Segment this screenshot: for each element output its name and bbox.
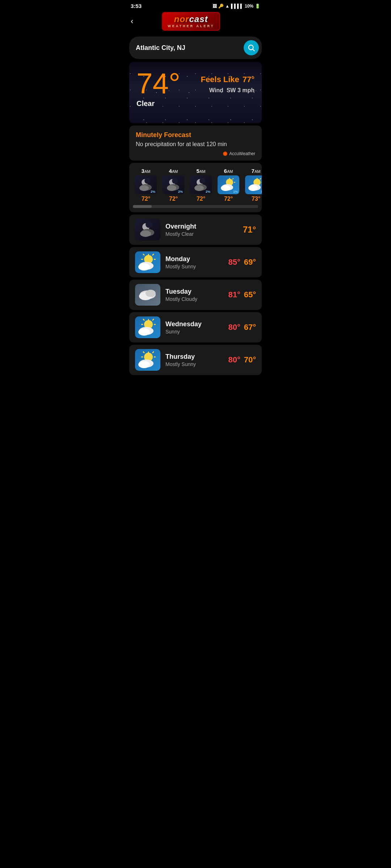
- hour-icon: 1%: [218, 175, 239, 194]
- daily-info: Overnight Mostly Clear: [165, 223, 238, 237]
- search-button[interactable]: [244, 40, 259, 55]
- accuweather-attribution: AccuWeather: [136, 151, 255, 156]
- svg-point-49: [138, 263, 150, 271]
- hour-temp: 72°: [197, 196, 205, 202]
- svg-line-17: [232, 178, 234, 179]
- hour-icon: 2%: [135, 175, 157, 194]
- daily-desc: Mostly Clear: [165, 231, 238, 237]
- daily-row: Tuesday Mostly Cloudy 81° 65°: [129, 280, 262, 310]
- app-header: ‹ norcast WEATHER ALERT: [125, 10, 266, 34]
- svg-point-52: [146, 290, 156, 297]
- wind-label: Wind: [209, 87, 223, 93]
- battery-icon: 🔋: [255, 4, 260, 9]
- hour-label: 3AM: [142, 168, 151, 174]
- accuweather-label: AccuWeather: [229, 151, 255, 156]
- search-bar[interactable]: Atlantic City, NJ: [129, 37, 262, 59]
- daily-forecast-container: Overnight Mostly Clear 71° Monday Mostly…: [125, 214, 266, 375]
- daily-desc: Mostly Sunny: [165, 361, 223, 367]
- svg-point-25: [248, 185, 258, 191]
- svg-point-60: [138, 328, 150, 336]
- daily-desc: Sunny: [165, 329, 223, 335]
- logo-container: norcast WEATHER ALERT: [135, 12, 247, 31]
- hour-item: 3AM 2% 72°: [133, 168, 159, 202]
- wind-display: Wind SW 3 mph: [201, 87, 255, 94]
- daily-icon: [135, 349, 160, 371]
- daily-icon: [135, 251, 160, 273]
- svg-point-39: [146, 221, 152, 228]
- daily-icon: [135, 316, 160, 338]
- svg-point-41: [140, 230, 151, 237]
- minutely-title: Minutely Forecast: [136, 131, 255, 139]
- svg-point-19: [221, 185, 230, 191]
- temp-single: 71°: [243, 225, 256, 235]
- daily-temps: 85° 69°: [228, 258, 256, 267]
- hour-label: 7AM: [252, 168, 261, 174]
- signal-icon: ▌▌▌▌: [231, 4, 243, 9]
- svg-line-45: [152, 254, 154, 255]
- feels-like-value: 77°: [243, 75, 255, 84]
- daily-row: Thursday Mostly Sunny 80° 70°: [129, 345, 262, 375]
- precip-pct: 2%: [206, 190, 210, 193]
- logo-norcast-text: norcast: [168, 15, 214, 24]
- svg-point-11: [199, 178, 205, 184]
- weather-hero: 74° Clear Feels Like 77° Wind SW 3 mph: [129, 62, 262, 123]
- daily-temps: 80° 70°: [228, 355, 256, 365]
- svg-point-9: [167, 185, 176, 191]
- hour-temp: 73°: [252, 196, 260, 202]
- temp-low: 70°: [244, 355, 256, 365]
- svg-line-66: [143, 352, 144, 353]
- app-logo: norcast WEATHER ALERT: [162, 12, 220, 31]
- temp-high: 85°: [228, 258, 240, 267]
- svg-point-68: [138, 361, 150, 368]
- daily-icon: [135, 219, 160, 241]
- svg-point-13: [194, 185, 204, 191]
- svg-point-5: [139, 185, 149, 191]
- hour-icon: 1%: [245, 175, 262, 194]
- temp-low: 65°: [244, 290, 256, 299]
- svg-line-56: [152, 319, 154, 320]
- daily-temps: 81° 65°: [228, 290, 256, 299]
- precip-pct: 1%: [261, 190, 262, 193]
- accuweather-dot: [223, 152, 227, 156]
- hour-icon: 2%: [190, 175, 212, 194]
- minutely-description: No precipitation for at least 120 min: [136, 141, 255, 148]
- main-temperature: 74°: [136, 69, 180, 98]
- daily-day: Overnight: [165, 223, 238, 230]
- hour-temp: 72°: [224, 196, 233, 202]
- daily-temps: 71°: [243, 225, 256, 235]
- hour-icon: 2%: [163, 175, 184, 194]
- precip-pct: 2%: [151, 190, 155, 193]
- hour-label: 5AM: [197, 168, 206, 174]
- svg-line-1: [253, 49, 255, 51]
- status-time: 3:53: [131, 3, 142, 9]
- daily-info: Thursday Mostly Sunny: [165, 353, 223, 367]
- logo-subtitle-text: WEATHER ALERT: [168, 24, 214, 28]
- weather-description: Clear: [136, 99, 180, 108]
- daily-desc: Mostly Cloudy: [165, 296, 223, 302]
- back-button[interactable]: ‹: [129, 15, 135, 27]
- temp-low: 69°: [244, 258, 256, 267]
- precip-pct: 1%: [233, 190, 238, 193]
- svg-point-7: [172, 178, 178, 184]
- search-icon: [247, 44, 255, 52]
- svg-line-47: [143, 254, 144, 255]
- svg-line-58: [143, 319, 144, 320]
- hour-item: 5AM 2% 72°: [188, 168, 214, 202]
- precip-pct: 2%: [178, 190, 183, 193]
- minutely-card: Minutely Forecast No precipitation for a…: [129, 125, 262, 161]
- hourly-forecast-card[interactable]: 3AM 2% 72° 4AM 2%: [129, 163, 262, 212]
- key-icon: 🔑: [218, 4, 224, 9]
- temperature-section: 74° Clear: [136, 69, 180, 108]
- status-bar: 3:53 🖼 🔑 ▲ ▌▌▌▌ 10% 🔋: [125, 0, 266, 10]
- feels-wind-section: Feels Like 77° Wind SW 3 mph: [201, 69, 255, 94]
- temp-high: 80°: [228, 323, 240, 332]
- hour-item: 6AM 1% 72°: [215, 168, 241, 202]
- daily-desc: Mostly Sunny: [165, 264, 223, 269]
- temp-high: 80°: [228, 355, 240, 365]
- hour-temp: 72°: [169, 196, 178, 202]
- status-icons: 🖼 🔑 ▲ ▌▌▌▌ 10% 🔋: [213, 4, 260, 9]
- wifi-icon: ▲: [225, 4, 230, 9]
- battery-level: 10%: [245, 4, 253, 9]
- hero-content: 74° Clear Feels Like 77° Wind SW 3 mph: [136, 69, 255, 108]
- daily-info: Wednesday Sunny: [165, 320, 223, 335]
